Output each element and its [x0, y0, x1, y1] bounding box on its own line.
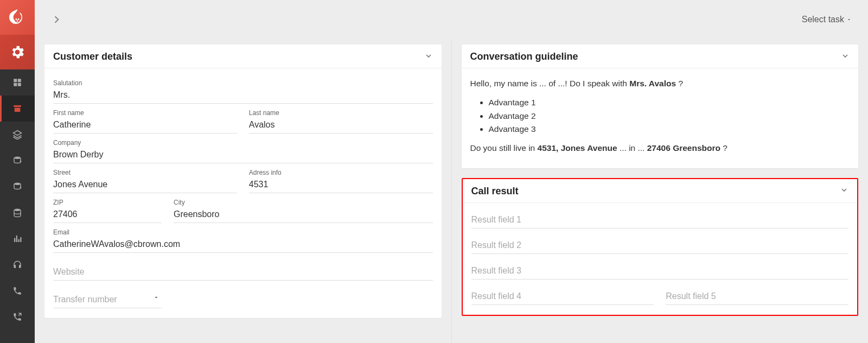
- svg-point-7: [14, 209, 21, 212]
- database-plus-icon: [12, 156, 22, 166]
- result-field-5[interactable]: [666, 289, 848, 305]
- last-name-field[interactable]: [249, 118, 433, 134]
- customer-details-card: Customer details Salutation First name: [44, 45, 442, 318]
- settings-tile[interactable]: [0, 35, 35, 69]
- collapse-toggle[interactable]: [841, 52, 850, 62]
- call-result-title: Call result: [471, 186, 519, 197]
- sidebar-item-phone[interactable]: [0, 278, 35, 304]
- sidebar-item-stats[interactable]: [0, 226, 35, 252]
- chevron-down-icon: [841, 52, 850, 60]
- email-field[interactable]: [53, 237, 433, 253]
- database-icon: [12, 208, 22, 218]
- street-field[interactable]: [53, 177, 237, 193]
- label-last-name: Last name: [249, 109, 433, 117]
- svg-point-5: [14, 157, 21, 160]
- svg-point-6: [14, 183, 21, 186]
- company-field[interactable]: [53, 148, 433, 163]
- result-field-3[interactable]: [471, 264, 849, 280]
- label-zip: ZIP: [53, 199, 162, 206]
- label-street: Street: [53, 169, 237, 176]
- sidebar-item-db-minus[interactable]: [0, 174, 35, 200]
- sidebar-item-headset[interactable]: [0, 252, 35, 278]
- sidebar-item-db-plus[interactable]: [0, 148, 35, 174]
- collapse-toggle[interactable]: [424, 52, 433, 62]
- list-item: Advantage 1: [489, 96, 850, 110]
- customer-details-title: Customer details: [53, 51, 132, 62]
- label-address-info: Adress info: [249, 169, 433, 176]
- guideline-advantages: Advantage 1 Advantage 2 Advantage 3: [482, 96, 850, 136]
- label-salutation: Salutation: [53, 79, 433, 87]
- sidebar-item-layers[interactable]: [0, 122, 35, 148]
- first-name-field[interactable]: [53, 118, 237, 134]
- phone-out-icon: [12, 312, 22, 322]
- address-info-field[interactable]: [249, 177, 433, 193]
- svg-point-3: [17, 20, 18, 22]
- select-task-label: Select task: [802, 15, 844, 24]
- chevron-down-icon: [424, 52, 433, 60]
- grid-icon: [12, 78, 22, 87]
- label-email: Email: [53, 228, 433, 236]
- result-field-2[interactable]: [471, 238, 849, 254]
- caret-down-icon: [846, 17, 852, 22]
- transfer-number-field[interactable]: [53, 293, 162, 308]
- website-field[interactable]: [53, 265, 433, 281]
- sidebar-item-dashboard[interactable]: [0, 69, 35, 96]
- layers-icon: [12, 130, 22, 139]
- label-city: City: [174, 199, 433, 206]
- flame-logo-icon: [8, 8, 27, 27]
- headset-icon: [12, 260, 22, 270]
- select-task-dropdown[interactable]: Select task: [802, 15, 855, 24]
- guideline-title: Conversation guideline: [470, 51, 578, 62]
- list-item: Advantage 3: [489, 123, 850, 136]
- sidebar-item-db[interactable]: [0, 200, 35, 226]
- phone-icon: [12, 286, 22, 296]
- collapse-toggle[interactable]: [840, 186, 848, 196]
- svg-point-2: [18, 18, 20, 20]
- sidebar-item-archive[interactable]: [0, 96, 35, 122]
- label-first-name: First name: [53, 109, 237, 117]
- transfer-number-select[interactable]: [53, 293, 162, 308]
- archive-icon: [12, 104, 22, 113]
- sidebar-item-phone-out[interactable]: [0, 304, 35, 330]
- conversation-guideline-card: Conversation guideline Hello, my name is…: [462, 45, 859, 168]
- call-result-card: Call result: [462, 178, 859, 316]
- city-field[interactable]: [174, 207, 433, 223]
- result-field-4[interactable]: [471, 289, 654, 305]
- sidebar: [0, 0, 35, 343]
- database-minus-icon: [12, 182, 22, 192]
- svg-point-4: [16, 51, 19, 54]
- result-field-1[interactable]: [471, 213, 849, 228]
- list-item: Advantage 2: [489, 110, 850, 123]
- salutation-field[interactable]: [53, 88, 433, 104]
- svg-point-1: [15, 18, 17, 20]
- app-logo-tile[interactable]: [0, 0, 35, 35]
- chevron-right-icon: [51, 14, 62, 25]
- bar-chart-icon: [12, 234, 22, 244]
- label-company: Company: [53, 139, 433, 147]
- guideline-address: Do you still live in 4531, Jones Avenue …: [470, 142, 850, 155]
- guideline-intro: Hello, my name is ... of ...! Do I speak…: [470, 77, 850, 91]
- chevron-down-icon: [840, 186, 848, 194]
- gear-icon: [9, 44, 25, 60]
- zip-field[interactable]: [53, 207, 162, 223]
- topbar: Select task: [35, 0, 868, 39]
- breadcrumb-back[interactable]: [48, 11, 65, 28]
